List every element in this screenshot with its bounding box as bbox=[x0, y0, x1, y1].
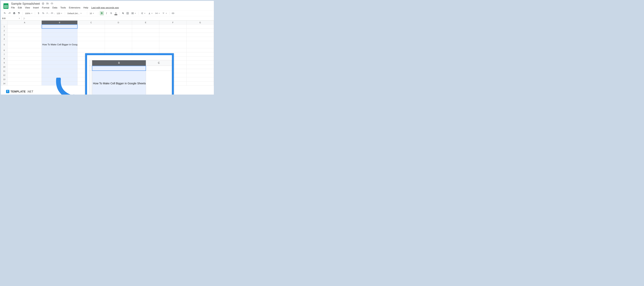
vertical-align-button[interactable]: ▼ bbox=[147, 12, 154, 14]
menu-view[interactable]: View bbox=[25, 6, 30, 9]
formula-bar: B:B▼ fx bbox=[1, 16, 214, 21]
app-window: Sample Spreadsheet File Edit View Insert… bbox=[1, 1, 214, 95]
move-icon[interactable] bbox=[46, 2, 49, 5]
row-header[interactable]: 5 bbox=[1, 41, 8, 48]
toolbar: 100%▼ $ % .0 ← .00 → 123▼ Default (Ari..… bbox=[1, 10, 214, 16]
column-header-E[interactable]: E bbox=[132, 21, 159, 25]
text-wrap-button[interactable]: ▼ bbox=[154, 12, 161, 14]
menu-help[interactable]: Help bbox=[83, 6, 88, 9]
titlebar: Sample Spreadsheet File Edit View Insert… bbox=[1, 1, 214, 10]
zoom-overlay: B C How To Make Cell Bigger in Google Sh… bbox=[85, 53, 174, 95]
merge-cells-button[interactable]: ▼ bbox=[130, 12, 137, 15]
redo-button[interactable] bbox=[8, 11, 12, 15]
watermark-logo-icon: T bbox=[6, 90, 10, 93]
menu-extensions[interactable]: Extensions bbox=[69, 6, 80, 9]
overlay-col-C: C bbox=[146, 60, 172, 66]
increase-decimal-button[interactable]: .00 → bbox=[50, 11, 55, 15]
svg-point-9 bbox=[123, 14, 124, 14]
undo-button[interactable] bbox=[3, 11, 7, 15]
row-header[interactable]: 10 bbox=[1, 65, 8, 69]
column-header-F[interactable]: F bbox=[159, 21, 186, 25]
row-header[interactable]: 1 bbox=[1, 25, 8, 29]
overlay-col-B: B bbox=[92, 60, 146, 66]
menu-insert[interactable]: Insert bbox=[33, 6, 39, 9]
svg-marker-4 bbox=[42, 3, 44, 5]
overlay-cell-with-text: How To Make Cell Bigger in Google Sheets bbox=[92, 71, 146, 95]
text-color-button[interactable]: A bbox=[114, 11, 118, 15]
sheets-logo-icon[interactable] bbox=[3, 2, 9, 10]
borders-button[interactable] bbox=[126, 11, 130, 15]
horizontal-align-button[interactable]: ▼ bbox=[140, 12, 147, 14]
bold-button[interactable]: B bbox=[100, 11, 104, 15]
fx-icon: fx bbox=[22, 17, 27, 20]
print-button[interactable] bbox=[12, 11, 16, 15]
row-header[interactable]: 7 bbox=[1, 52, 8, 57]
star-icon[interactable] bbox=[42, 2, 44, 5]
menu-edit[interactable]: Edit bbox=[18, 6, 22, 9]
menu-tools[interactable]: Tools bbox=[60, 6, 66, 9]
font-select[interactable]: Default (Ari...▼ bbox=[66, 12, 86, 15]
watermark: T TEMPLATE.NET bbox=[6, 90, 34, 93]
svg-rect-8 bbox=[18, 12, 19, 13]
column-header-G[interactable]: G bbox=[186, 21, 214, 25]
more-formats-button[interactable]: 123▼ bbox=[56, 12, 64, 15]
column-header-B[interactable]: B bbox=[42, 21, 78, 25]
cell-B1[interactable] bbox=[42, 25, 78, 29]
row-header[interactable]: 6 bbox=[1, 48, 8, 52]
menu-format[interactable]: Format bbox=[42, 6, 50, 9]
select-all-corner[interactable] bbox=[1, 21, 8, 25]
row-header[interactable]: 12 bbox=[1, 73, 8, 77]
column-header-A[interactable]: A bbox=[8, 21, 42, 25]
strikethrough-button[interactable]: S bbox=[109, 11, 113, 15]
row-header[interactable]: 14 bbox=[1, 81, 8, 86]
spreadsheet-grid[interactable]: A B C D E F G 1 2 3 4 5How To Make Cell … bbox=[1, 21, 214, 95]
decrease-decimal-button[interactable]: .0 ← bbox=[46, 11, 50, 15]
row-header[interactable]: 11 bbox=[1, 69, 8, 73]
name-box[interactable]: B:B▼ bbox=[1, 16, 22, 20]
italic-button[interactable]: I bbox=[104, 11, 108, 15]
row-header[interactable]: 8 bbox=[1, 57, 8, 61]
font-size-select[interactable]: 10▼ bbox=[88, 12, 97, 15]
cell-B5[interactable]: How To Make Cell Bigger in Goog bbox=[42, 41, 78, 48]
cloud-status-icon[interactable] bbox=[51, 2, 54, 5]
insert-link-button[interactable] bbox=[171, 11, 175, 15]
svg-rect-5 bbox=[14, 12, 15, 13]
percent-button[interactable]: % bbox=[41, 11, 45, 15]
currency-button[interactable]: $ bbox=[36, 11, 40, 15]
row-header[interactable]: 13 bbox=[1, 77, 8, 81]
column-header-D[interactable]: D bbox=[105, 21, 132, 25]
last-edit-link[interactable]: Last edit was seconds ago bbox=[91, 6, 119, 9]
menubar: File Edit View Insert Format Data Tools … bbox=[11, 6, 212, 10]
menu-file[interactable]: File bbox=[11, 6, 15, 9]
row-header[interactable]: 9 bbox=[1, 61, 8, 65]
fill-color-button[interactable] bbox=[121, 11, 125, 15]
svg-rect-7 bbox=[14, 14, 15, 14]
svg-rect-13 bbox=[132, 13, 132, 14]
column-header-C[interactable]: C bbox=[78, 21, 105, 25]
zoom-select[interactable]: 100%▼ bbox=[24, 12, 34, 15]
formula-input[interactable] bbox=[27, 16, 214, 20]
document-title[interactable]: Sample Spreadsheet bbox=[11, 2, 40, 6]
text-rotation-button[interactable]: ▼ bbox=[162, 12, 168, 14]
paint-format-button[interactable] bbox=[17, 11, 21, 15]
row-header[interactable]: 4 bbox=[1, 37, 8, 41]
svg-rect-14 bbox=[133, 13, 134, 14]
row-header[interactable]: 2 bbox=[1, 29, 8, 33]
menu-data[interactable]: Data bbox=[52, 6, 58, 9]
row-header[interactable]: 3 bbox=[1, 33, 8, 37]
svg-marker-21 bbox=[74, 94, 82, 95]
